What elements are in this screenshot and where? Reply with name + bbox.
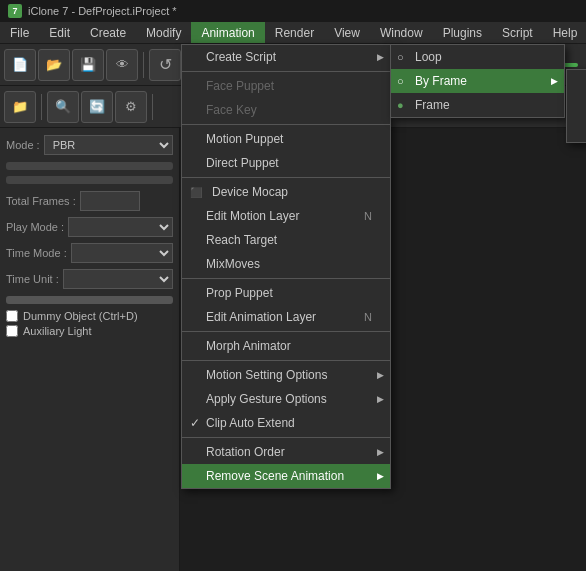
mode-dropdown[interactable]: PBR <box>44 135 173 155</box>
left-panel: Mode : PBR Total Frames : Play Mode : Ti… <box>0 128 180 571</box>
green-progress <box>298 63 578 67</box>
slider-2[interactable] <box>6 176 173 184</box>
time-unit-row: Time Unit : <box>6 268 173 290</box>
menu-bar: File Edit Create Modify Animation Render… <box>0 22 586 44</box>
auxiliary-light-label: Auxiliary Light <box>23 325 91 337</box>
frame-btn[interactable]: ⊞ <box>183 49 215 81</box>
app-icon: 7 <box>8 4 22 18</box>
menu-create[interactable]: Create <box>80 22 136 43</box>
dummy-object-label: Dummy Object (Ctrl+D) <box>23 310 138 322</box>
mode-row: Mode : PBR <box>6 134 173 156</box>
total-frames-input[interactable] <box>80 191 140 211</box>
separator-2 <box>254 52 255 78</box>
auxiliary-light-row[interactable]: Auxiliary Light <box>6 325 173 337</box>
separator-4 <box>152 94 153 120</box>
time-mode-row: Time Mode : <box>6 242 173 264</box>
dummy-object-checkbox[interactable] <box>6 310 18 322</box>
dummy-object-row[interactable]: Dummy Object (Ctrl+D) <box>6 310 173 322</box>
menu-help[interactable]: Help <box>543 22 586 43</box>
menu-plugins[interactable]: Plugins <box>433 22 492 43</box>
play-mode-dropdown[interactable] <box>68 217 173 237</box>
new-btn[interactable]: 📄 <box>4 49 36 81</box>
mode-label: Mode : <box>6 139 40 151</box>
separator-3 <box>41 94 42 120</box>
time-unit-dropdown[interactable] <box>63 269 173 289</box>
magnet-btn[interactable]: ⚡ <box>217 49 249 81</box>
toolbar-1: 📄 📂 💾 👁 ↺ ⊞ ⚡ 💡 <box>0 44 586 86</box>
menu-edit[interactable]: Edit <box>39 22 80 43</box>
viewport <box>180 128 586 571</box>
open-btn[interactable]: 📂 <box>38 49 70 81</box>
time-mode-label: Time Mode : <box>6 247 67 259</box>
slider-1[interactable] <box>6 162 173 170</box>
save-btn[interactable]: 💾 <box>72 49 104 81</box>
time-mode-dropdown[interactable] <box>71 243 173 263</box>
slider-3[interactable] <box>6 296 173 304</box>
main-content: Mode : PBR Total Frames : Play Mode : Ti… <box>0 128 586 571</box>
zoom-btn[interactable]: 🔍 <box>47 91 79 123</box>
menu-render[interactable]: Render <box>265 22 324 43</box>
folder-btn[interactable]: 📁 <box>4 91 36 123</box>
menu-file[interactable]: File <box>0 22 39 43</box>
title-bar-text: iClone 7 - DefProject.iProject * <box>28 5 177 17</box>
auxiliary-light-checkbox[interactable] <box>6 325 18 337</box>
menu-script[interactable]: Script <box>492 22 543 43</box>
time-unit-label: Time Unit : <box>6 273 59 285</box>
menu-window[interactable]: Window <box>370 22 433 43</box>
rotate-btn[interactable]: 🔄 <box>81 91 113 123</box>
total-frames-row: Total Frames : <box>6 190 173 212</box>
menu-modify[interactable]: Modify <box>136 22 191 43</box>
menu-animation[interactable]: Animation <box>191 22 264 43</box>
undo-btn[interactable]: ↺ <box>149 49 181 81</box>
eye-btn[interactable]: 👁 <box>106 49 138 81</box>
title-bar: 7 iClone 7 - DefProject.iProject * <box>0 0 586 22</box>
settings-btn[interactable]: ⚙ <box>115 91 147 123</box>
total-frames-label: Total Frames : <box>6 195 76 207</box>
light-btn[interactable]: 💡 <box>260 49 292 81</box>
play-mode-row: Play Mode : <box>6 216 173 238</box>
separator-1 <box>143 52 144 78</box>
toolbar-2: 📁 🔍 🔄 ⚙ <box>0 86 586 128</box>
play-mode-label: Play Mode : <box>6 221 64 233</box>
menu-view[interactable]: View <box>324 22 370 43</box>
